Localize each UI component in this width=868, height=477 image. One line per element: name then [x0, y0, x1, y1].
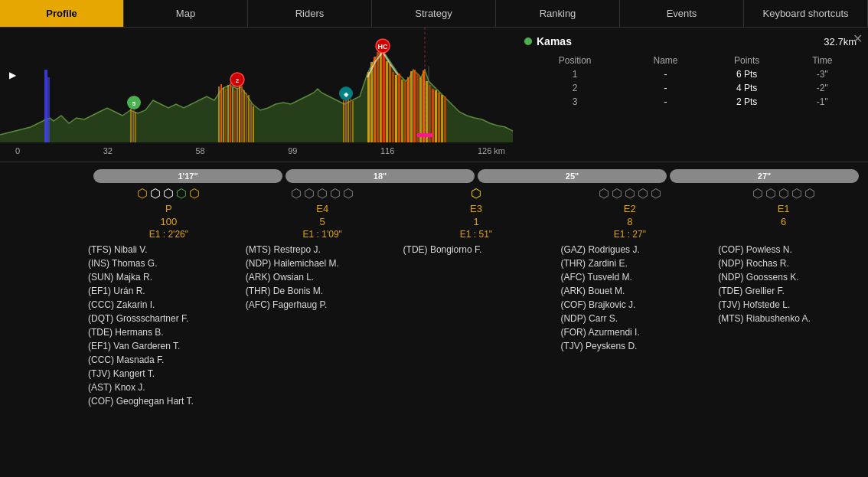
- jersey-orange: ⬡: [189, 186, 200, 201]
- tab-strategy[interactable]: Strategy: [372, 0, 496, 27]
- svg-rect-58: [44, 70, 47, 142]
- name-header: Name: [625, 54, 705, 67]
- svg-rect-49: [350, 99, 351, 142]
- svg-text:2: 2: [236, 77, 240, 84]
- svg-rect-43: [130, 109, 132, 142]
- svg-rect-28: [220, 84, 222, 142]
- svg-rect-1: [367, 72, 370, 142]
- jersey-white: ⬡: [163, 186, 174, 201]
- jersey-gray: ⬡: [330, 186, 341, 201]
- name-cell: -: [625, 95, 705, 109]
- svg-rect-3: [374, 57, 376, 142]
- time-cell: -2": [788, 81, 857, 95]
- tab-keyboard[interactable]: Keyboard shortcuts: [744, 0, 868, 27]
- svg-rect-48: [348, 96, 349, 142]
- time-cell: -1": [788, 95, 857, 109]
- svg-rect-32: [230, 83, 231, 142]
- group-bar-1: 1'17": [93, 169, 282, 183]
- group-labels-row: P E4 E3 E2 E1: [0, 202, 868, 215]
- svg-rect-44: [132, 110, 134, 142]
- position-header: Position: [524, 54, 625, 67]
- group-num-e3: 1: [400, 216, 553, 227]
- jersey-gray: ⬡: [304, 186, 315, 201]
- time-cell: -3": [788, 67, 857, 81]
- svg-rect-39: [246, 93, 247, 142]
- svg-rect-38: [243, 90, 245, 142]
- pos-cell: 3: [524, 95, 625, 109]
- svg-rect-46: [343, 100, 344, 142]
- location-row: Kamas 32.7km: [524, 35, 857, 47]
- jersey-gray: ⬡: [612, 186, 622, 201]
- svg-rect-8: [389, 64, 391, 142]
- svg-rect-50: [352, 101, 354, 142]
- svg-rect-37: [241, 86, 243, 142]
- group-time-p: E1 : 2'26": [92, 229, 246, 240]
- svg-rect-19: [423, 70, 425, 142]
- tab-riders[interactable]: Riders: [248, 0, 372, 27]
- points-cell: 4 Pts: [706, 81, 788, 95]
- tab-events[interactable]: Events: [620, 0, 744, 27]
- svg-rect-17: [416, 74, 419, 142]
- jersey-white: ⬡: [150, 186, 161, 201]
- svg-rect-14: [407, 77, 410, 142]
- riders-lists: (TFS) Nibali V. (INS) Thomas G. (SUN) Ma…: [0, 243, 868, 408]
- jersey-gray: ⬡: [317, 186, 328, 201]
- svg-rect-16: [413, 70, 416, 142]
- jersey-gray: ⬡: [765, 186, 776, 201]
- rider-group-e1: (COF) Powless N. (NDP) Rochas R. (NDP) G…: [710, 243, 868, 408]
- group1-jerseys: ⬡ ⬡ ⬡ ⬡ ⬡: [92, 186, 246, 201]
- svg-rect-59: [47, 77, 50, 142]
- svg-rect-51: [381, 49, 385, 142]
- svg-rect-34: [234, 90, 236, 142]
- tab-profile[interactable]: Profile: [0, 0, 124, 27]
- jersey-gray: ⬡: [804, 186, 815, 201]
- svg-rect-10: [395, 75, 397, 142]
- close-button[interactable]: ✕: [850, 31, 864, 45]
- svg-rect-27: [218, 87, 220, 142]
- rider-group-e4: (MTS) Restrepo J. (NDP) Hailemichael M. …: [238, 243, 396, 408]
- tab-ranking[interactable]: Ranking: [496, 0, 620, 27]
- svg-rect-15: [410, 71, 413, 142]
- chart-x-axis: 0 32 58 99 116 126 km: [0, 145, 513, 155]
- svg-rect-33: [232, 87, 233, 142]
- profile-area: ▶: [0, 28, 868, 162]
- points-header: Points: [706, 54, 788, 67]
- svg-rect-18: [419, 77, 422, 142]
- svg-rect-41: [250, 103, 252, 142]
- time-header: Time: [788, 54, 857, 67]
- jersey-gray: ⬡: [778, 186, 789, 201]
- group-label-e1: E1: [706, 203, 860, 214]
- info-panel: ✕ Kamas 32.7km Position Name Points Time…: [513, 28, 868, 162]
- tab-map[interactable]: Map: [124, 0, 248, 27]
- svg-text:HC: HC: [378, 43, 388, 51]
- svg-rect-2: [370, 62, 373, 142]
- points-cell: 2 Pts: [706, 95, 788, 109]
- group-label-e3: E3: [400, 203, 553, 214]
- group-bars-row: 1'17" 18" 25" 27": [0, 166, 868, 185]
- group-label-e2: E2: [553, 203, 706, 214]
- group-time-e3: E1 : 51": [400, 229, 553, 240]
- rider-group-p: (TFS) Nibali V. (INS) Thomas G. (SUN) Ma…: [4, 243, 238, 408]
- svg-rect-36: [239, 87, 240, 142]
- svg-text:5: 5: [132, 100, 136, 107]
- rider-group-e2: (GAZ) Rodrigues J. (THR) Zardini E. (AFC…: [553, 243, 710, 408]
- chart-svg: HC 5 2 ◈: [0, 28, 513, 142]
- elevation-chart[interactable]: ▶: [0, 28, 513, 162]
- group-time-e4: E1 : 1'09": [246, 229, 400, 240]
- pos-cell: 2: [524, 81, 625, 95]
- group-time-e2: E1 : 27": [553, 229, 706, 240]
- arrow-indicator: ▶: [9, 70, 16, 80]
- group-label-e4: E4: [246, 203, 400, 214]
- svg-rect-12: [401, 80, 403, 142]
- location-name: Kamas: [524, 35, 572, 47]
- svg-rect-30: [225, 89, 227, 142]
- svg-rect-29: [223, 87, 224, 142]
- sprint-table-row: 1 - 6 Pts -3": [524, 67, 857, 81]
- group2-jerseys: ⬡ ⬡ ⬡ ⬡ ⬡: [246, 186, 400, 201]
- jersey-gray: ⬡: [752, 186, 763, 201]
- jersey-gray: ⬡: [625, 186, 635, 201]
- svg-rect-42: [253, 106, 254, 142]
- location-indicator: [524, 38, 532, 45]
- jersey-yellow: ⬡: [471, 186, 481, 201]
- jersey-gray: ⬡: [343, 186, 354, 201]
